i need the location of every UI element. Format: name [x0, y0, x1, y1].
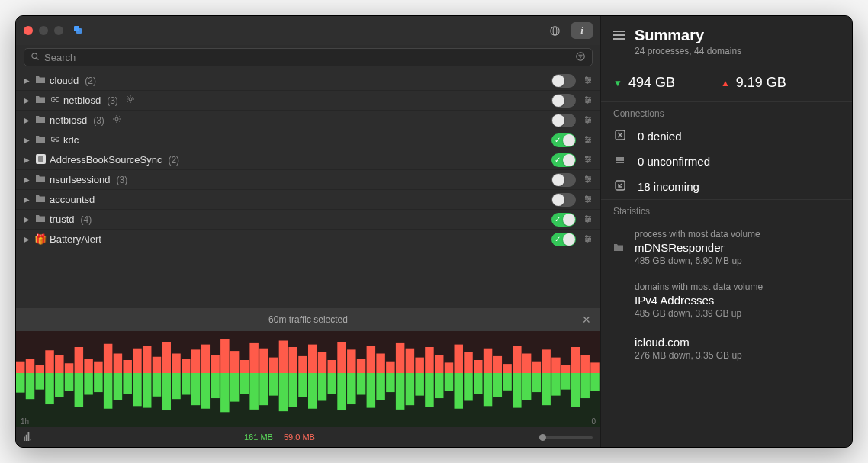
svg-point-26 [586, 116, 587, 117]
toolbar-button-info[interactable]: i [571, 22, 593, 39]
disclosure-triangle[interactable]: ▶ [24, 175, 31, 184]
svg-rect-173 [425, 373, 433, 407]
process-row[interactable]: ▶cloudd(2)✓ [16, 71, 600, 91]
svg-rect-153 [230, 373, 239, 402]
svg-rect-79 [104, 344, 112, 373]
stat-process-label: process with most data volume [635, 229, 840, 240]
svg-rect-176 [455, 373, 463, 409]
svg-rect-76 [75, 347, 83, 373]
process-row[interactable]: ▶kdc✓ [16, 130, 600, 150]
svg-rect-109 [396, 343, 404, 373]
disclosure-triangle[interactable]: ▶ [24, 215, 31, 223]
svg-rect-162 [318, 373, 326, 400]
disclosure-triangle[interactable]: ▶ [24, 136, 31, 144]
allow-toggle[interactable]: ✓ [551, 114, 576, 127]
process-name: nsurlsessiond [50, 174, 111, 185]
disclosure-triangle[interactable]: ▶ [24, 116, 31, 124]
zoom-slider[interactable] [539, 436, 593, 439]
allow-toggle[interactable]: ✓ [551, 153, 576, 167]
process-row[interactable]: ▶AddressBookSourceSync(2)✓ [16, 150, 600, 170]
svg-rect-85 [162, 342, 171, 373]
disclosure-triangle[interactable]: ▶ [24, 156, 31, 164]
svg-point-36 [587, 140, 588, 142]
connections-incoming-row[interactable]: 18 incoming [601, 174, 852, 199]
stat-process-entry[interactable]: process with most data volume mDNSRespon… [601, 221, 852, 274]
window-controls [24, 26, 63, 35]
allow-toggle[interactable]: ✓ [551, 193, 576, 207]
stat-domain-entry[interactable]: · domains with most data volume IPv4 Add… [601, 274, 852, 326]
connections-section-label: Connections [601, 101, 852, 124]
folder-icon [34, 76, 47, 85]
svg-rect-190 [590, 373, 599, 391]
svg-rect-171 [406, 373, 414, 405]
connections-denied-row[interactable]: 0 denied [601, 124, 852, 149]
process-row[interactable]: ▶nsurlsessiond(3)✓ [16, 170, 600, 190]
row-settings-icon[interactable] [583, 95, 593, 106]
summary-totals: ▼ 494 GB ▲ 9.19 GB [601, 64, 852, 101]
svg-rect-116 [464, 352, 472, 373]
row-settings-icon[interactable] [583, 115, 593, 126]
search-filter-icon[interactable] [575, 51, 586, 64]
search-field[interactable] [24, 48, 593, 66]
svg-rect-133 [36, 373, 44, 390]
process-row[interactable]: ▶netbiosd(3)✓ [16, 91, 600, 111]
traffic-chart[interactable]: 1h 0 [16, 331, 600, 427]
zoom-window-button[interactable] [54, 26, 63, 35]
disclosure-triangle[interactable]: ▶ [24, 195, 31, 204]
gear-icon[interactable] [112, 114, 121, 126]
side-header: Summary 24 processes, 44 domains [601, 16, 852, 64]
stat-domain2-entry[interactable]: · icloud.com 276 MB down, 3.35 GB up [601, 326, 852, 368]
row-settings-icon[interactable] [583, 234, 593, 245]
row-settings-icon[interactable] [583, 195, 593, 205]
process-row[interactable]: ▶trustd(4)✓ [16, 210, 600, 230]
allow-toggle[interactable]: ✓ [551, 173, 576, 187]
traffic-close-button[interactable]: ✕ [582, 313, 591, 326]
disclosure-triangle[interactable]: ▶ [24, 235, 31, 243]
svg-point-23 [587, 101, 588, 102]
svg-rect-103 [337, 342, 346, 373]
folder-icon [34, 214, 47, 224]
process-row[interactable]: ▶netbiosd(3)✓ [16, 111, 600, 130]
close-window-button[interactable] [24, 26, 33, 35]
row-settings-icon[interactable] [583, 175, 593, 185]
svg-rect-110 [406, 349, 414, 373]
row-settings-icon[interactable] [583, 76, 593, 86]
svg-rect-86 [172, 354, 180, 374]
process-list[interactable]: ▶cloudd(2)✓▶netbiosd(3)✓▶netbiosd(3)✓▶kd… [16, 71, 600, 308]
allow-toggle[interactable]: ✓ [551, 74, 576, 88]
svg-rect-193 [28, 432, 30, 441]
allow-toggle[interactable]: ✓ [551, 133, 576, 147]
process-name: cloudd [50, 75, 79, 86]
folder-icon [34, 195, 47, 204]
connections-unconfirmed-row[interactable]: 0 unconfirmed [601, 149, 852, 174]
process-row[interactable]: ▶🎁BatteryAlert✓ [16, 230, 600, 249]
folder-icon [34, 95, 47, 105]
process-name: accountsd [50, 194, 95, 205]
allow-toggle[interactable]: ✓ [551, 213, 576, 227]
search-input[interactable] [44, 52, 571, 63]
process-count: (4) [81, 214, 92, 225]
allow-toggle[interactable]: ✓ [551, 233, 576, 246]
svg-rect-141 [114, 373, 122, 400]
svg-point-14 [589, 79, 590, 80]
disclosure-triangle[interactable]: ▶ [24, 96, 31, 104]
row-settings-icon[interactable] [583, 155, 593, 166]
disclosure-triangle[interactable]: ▶ [24, 76, 31, 85]
hamburger-icon[interactable] [613, 30, 625, 43]
stat-domain2-detail: 276 MB down, 3.35 GB up [635, 350, 840, 361]
footer-chart-menu-icon[interactable] [24, 432, 32, 442]
allow-toggle[interactable]: ✓ [551, 94, 576, 108]
folder-icon [34, 135, 47, 145]
gear-icon[interactable] [126, 95, 135, 106]
svg-rect-134 [45, 373, 53, 404]
svg-rect-156 [259, 373, 268, 405]
svg-rect-97 [279, 341, 288, 374]
minimize-window-button[interactable] [39, 26, 48, 35]
svg-rect-75 [65, 363, 73, 373]
process-row[interactable]: ▶accountsd✓ [16, 190, 600, 210]
toolbar-button-globe[interactable] [544, 22, 565, 39]
row-settings-icon[interactable] [583, 135, 593, 146]
row-settings-icon[interactable] [583, 214, 593, 225]
svg-rect-154 [240, 373, 249, 394]
svg-point-5 [32, 53, 37, 58]
